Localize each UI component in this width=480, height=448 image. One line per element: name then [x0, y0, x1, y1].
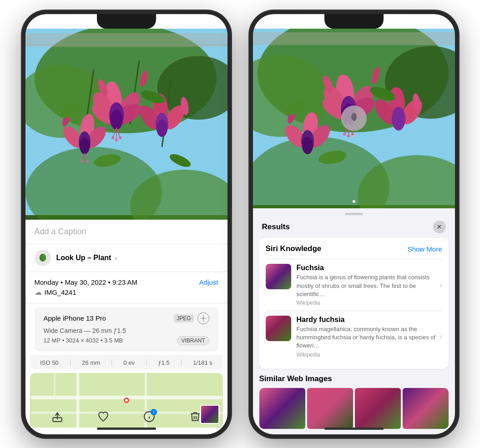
left-phone: Add a Caption Look Up – Plant: [22, 10, 231, 438]
svg-rect-52: [54, 373, 56, 396]
similar-img-2[interactable]: [307, 388, 353, 429]
adjust-button[interactable]: Adjust: [199, 278, 218, 286]
svg-point-21: [119, 136, 121, 139]
hardy-fuchsia-arrow: ›: [440, 332, 442, 341]
hardy-fuchsia-thumbnail: [266, 316, 291, 341]
knowledge-item-hardy-fuchsia[interactable]: Hardy fuchsia Fuchsia magellanica, commo…: [266, 311, 442, 362]
similar-images-title: Similar Web Images: [259, 374, 449, 383]
camera-section: Apple iPhone 13 Pro JPEG: [35, 307, 218, 351]
notch-right: [324, 14, 384, 29]
siri-knowledge-title: Siri Knowledge: [266, 244, 322, 253]
cloud-icon: ☁: [35, 288, 42, 297]
notch-left: [97, 14, 156, 29]
hardy-fuchsia-source: Wikipedia: [297, 352, 437, 358]
favorite-button[interactable]: [97, 411, 109, 425]
similar-images-section: Similar Web Images: [253, 374, 455, 434]
close-icon: ×: [437, 223, 441, 231]
results-title: Results: [262, 222, 290, 232]
svg-point-15: [110, 110, 123, 130]
left-content: Add a Caption Look Up – Plant: [25, 14, 227, 434]
siri-header: Siri Knowledge Show More: [266, 244, 442, 253]
meta-date-row: Monday • May 30, 2022 • 9:23 AM Adjust: [35, 278, 218, 286]
fuchsia-thumb-img: [266, 264, 291, 289]
lookup-section[interactable]: Look Up – Plant ›: [25, 244, 227, 272]
left-info-scroll[interactable]: Add a Caption Look Up – Plant: [25, 220, 227, 434]
vibrant-badge: VIBRANT: [177, 336, 209, 345]
delete-button[interactable]: [189, 411, 201, 425]
svg-point-46: [202, 317, 204, 319]
results-panel: Results × Siri Knowledge Show More: [253, 208, 455, 434]
hardy-fuchsia-content: Hardy fuchsia Fuchsia magellanica, commo…: [297, 316, 437, 358]
exif-ev: 0 ev: [123, 359, 135, 366]
right-screen: Results × Siri Knowledge Show More: [253, 14, 455, 434]
toolbar-left: i: [25, 411, 227, 425]
visual-lookup-dot: [353, 135, 355, 137]
exif-iso: ISO 50: [40, 359, 58, 366]
trash-icon: [189, 411, 201, 423]
fuchsia-content: Fuchsia Fuchsia is a genus of flowering …: [297, 264, 437, 306]
svg-point-82: [302, 136, 313, 154]
fuchsia-name: Fuchsia: [297, 264, 437, 272]
camera-info-card: Apple iPhone 13 Pro JPEG: [30, 307, 223, 369]
siri-knowledge-section: Siri Knowledge Show More Fuchsia Fuchsia…: [259, 238, 449, 368]
show-more-button[interactable]: Show More: [408, 245, 442, 253]
location-icon: [200, 315, 207, 322]
meta-filename: ☁ IMG_4241: [35, 288, 218, 297]
info-badge: i: [151, 409, 157, 415]
camera-header: Apple iPhone 13 Pro JPEG: [44, 312, 209, 324]
exif-aperture: ƒ1.5: [158, 359, 169, 366]
camera-badges: JPEG: [174, 312, 209, 324]
caption-area[interactable]: Add a Caption: [25, 220, 227, 244]
flower-svg-left: [25, 29, 227, 220]
visual-lookup-icon: [348, 112, 360, 125]
visual-lookup-button[interactable]: [341, 106, 367, 131]
exif-focal: 26 mm: [82, 359, 100, 366]
similar-images-grid[interactable]: [259, 388, 449, 429]
format-badge: JPEG: [174, 314, 193, 322]
share-button[interactable]: [51, 411, 63, 425]
info-button[interactable]: i: [143, 411, 155, 425]
camera-specs-text: 12 MP • 3024 × 4032 • 3.5 MB: [44, 337, 123, 344]
fuchsia-desc: Fuchsia is a genus of flowering plants t…: [297, 273, 437, 298]
left-screen: Add a Caption Look Up – Plant: [25, 14, 227, 434]
svg-point-76: [347, 134, 350, 137]
lookup-icon: [35, 250, 51, 266]
meta-date: Monday • May 30, 2022 • 9:23 AM: [35, 278, 137, 286]
fuchsia-source: Wikipedia: [297, 300, 437, 306]
results-close-button[interactable]: ×: [433, 221, 446, 233]
svg-point-54: [125, 399, 128, 402]
share-icon: [51, 411, 63, 423]
meta-section: Monday • May 30, 2022 • 9:23 AM Adjust ☁…: [25, 272, 227, 303]
heart-icon: [97, 411, 109, 423]
svg-point-86: [392, 106, 405, 130]
exif-row: ISO 50 26 mm 0 ev ƒ1.5 1/181 s: [30, 355, 223, 369]
hardy-fuchsia-name: Hardy fuchsia: [297, 316, 437, 324]
svg-point-29: [81, 160, 83, 162]
fuchsia-thumbnail: [266, 264, 291, 289]
fuchsia-arrow: ›: [440, 281, 442, 289]
hardy-fuchsia-desc: Fuchsia magellanica, commonly known as t…: [297, 325, 437, 350]
svg-point-30: [86, 160, 88, 162]
right-photo-section[interactable]: [253, 29, 455, 209]
similar-img-1[interactable]: [259, 388, 305, 429]
knowledge-item-fuchsia[interactable]: Fuchsia Fuchsia is a genus of flowering …: [266, 259, 442, 311]
camera-settings-btn[interactable]: [197, 312, 209, 324]
lookup-text[interactable]: Look Up – Plant ›: [56, 254, 117, 262]
similar-img-3[interactable]: [355, 388, 401, 429]
caption-placeholder[interactable]: Add a Caption: [35, 227, 86, 236]
camera-specs-row: 12 MP • 3024 × 4032 • 3.5 MB VIBRANT: [44, 336, 209, 345]
svg-point-26: [80, 138, 90, 154]
right-phone: Results × Siri Knowledge Show More: [249, 10, 459, 438]
svg-point-35: [157, 120, 167, 137]
camera-lens: Wide Camera — 26 mm ƒ1.5: [44, 327, 209, 334]
similar-img-4[interactable]: [403, 388, 449, 429]
svg-point-75: [343, 132, 346, 135]
results-header: Results ×: [253, 215, 455, 238]
home-indicator-left[interactable]: [97, 428, 156, 430]
photo-section-left[interactable]: [25, 29, 227, 220]
leaf-icon: [38, 253, 48, 263]
svg-point-19: [111, 136, 114, 139]
right-content: Results × Siri Knowledge Show More: [253, 14, 455, 434]
exif-shutter: 1/181 s: [193, 359, 212, 366]
home-indicator-right[interactable]: [324, 428, 384, 430]
